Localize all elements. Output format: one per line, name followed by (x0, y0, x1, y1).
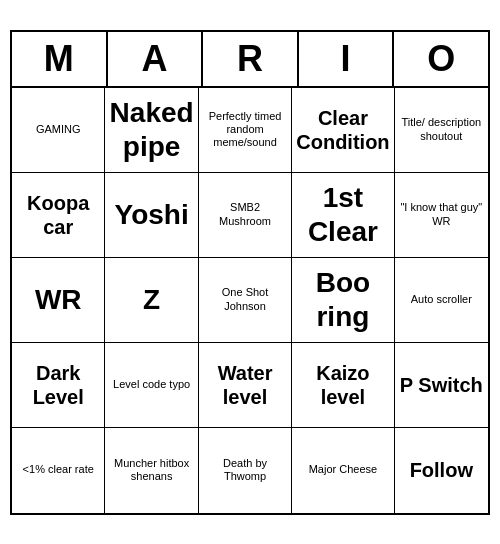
bingo-cell-13: Boo ring (292, 258, 394, 343)
cell-text-19: P Switch (400, 373, 483, 397)
cell-text-21: Muncher hitbox shenans (109, 457, 193, 483)
bingo-cell-3: Clear Condition (292, 88, 394, 173)
bingo-cell-2: Perfectly timed random meme/sound (199, 88, 292, 173)
bingo-cell-24: Follow (395, 428, 488, 513)
bingo-cell-16: Level code typo (105, 343, 198, 428)
header-letter-O: O (394, 32, 488, 86)
bingo-cell-7: SMB2 Mushroom (199, 173, 292, 258)
cell-text-5: Koopa car (16, 191, 100, 239)
bingo-cell-21: Muncher hitbox shenans (105, 428, 198, 513)
cell-text-1: Naked pipe (109, 96, 193, 163)
cell-text-12: One Shot Johnson (203, 286, 287, 312)
cell-text-17: Water level (203, 361, 287, 409)
cell-text-9: "I know that guy" WR (399, 201, 484, 227)
bingo-grid: GAMINGNaked pipePerfectly timed random m… (12, 88, 488, 513)
bingo-cell-15: Dark Level (12, 343, 105, 428)
cell-text-6: Yoshi (115, 198, 189, 232)
header-letter-R: R (203, 32, 299, 86)
cell-text-4: Title/ description shoutout (399, 116, 484, 142)
bingo-cell-23: Major Cheese (292, 428, 394, 513)
bingo-cell-22: Death by Thwomp (199, 428, 292, 513)
bingo-cell-0: GAMING (12, 88, 105, 173)
bingo-cell-17: Water level (199, 343, 292, 428)
header-letter-I: I (299, 32, 395, 86)
bingo-cell-14: Auto scroller (395, 258, 488, 343)
cell-text-14: Auto scroller (411, 293, 472, 306)
cell-text-18: Kaizo level (296, 361, 389, 409)
bingo-cell-6: Yoshi (105, 173, 198, 258)
bingo-board: MARIO GAMINGNaked pipePerfectly timed ra… (10, 30, 490, 515)
bingo-header: MARIO (12, 32, 488, 88)
cell-text-24: Follow (410, 458, 473, 482)
cell-text-13: Boo ring (296, 266, 389, 333)
header-letter-M: M (12, 32, 108, 86)
cell-text-15: Dark Level (16, 361, 100, 409)
cell-text-23: Major Cheese (309, 463, 377, 476)
bingo-cell-9: "I know that guy" WR (395, 173, 488, 258)
cell-text-2: Perfectly timed random meme/sound (203, 110, 287, 150)
bingo-cell-4: Title/ description shoutout (395, 88, 488, 173)
cell-text-20: <1% clear rate (23, 463, 94, 476)
bingo-cell-11: Z (105, 258, 198, 343)
header-letter-A: A (108, 32, 204, 86)
cell-text-22: Death by Thwomp (203, 457, 287, 483)
cell-text-8: 1st Clear (296, 181, 389, 248)
cell-text-16: Level code typo (113, 378, 190, 391)
bingo-cell-20: <1% clear rate (12, 428, 105, 513)
cell-text-11: Z (143, 283, 160, 317)
cell-text-10: WR (35, 283, 82, 317)
bingo-cell-18: Kaizo level (292, 343, 394, 428)
bingo-cell-1: Naked pipe (105, 88, 198, 173)
bingo-cell-19: P Switch (395, 343, 488, 428)
cell-text-7: SMB2 Mushroom (203, 201, 287, 227)
bingo-cell-10: WR (12, 258, 105, 343)
bingo-cell-5: Koopa car (12, 173, 105, 258)
cell-text-0: GAMING (36, 123, 81, 136)
bingo-cell-8: 1st Clear (292, 173, 394, 258)
cell-text-3: Clear Condition (296, 106, 389, 154)
bingo-cell-12: One Shot Johnson (199, 258, 292, 343)
